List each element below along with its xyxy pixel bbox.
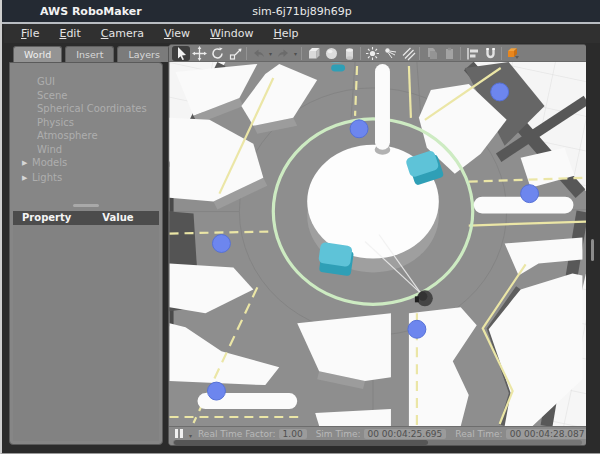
spot-light-tool-button[interactable]	[381, 46, 399, 61]
tree-item-models[interactable]: ▶Models	[10, 156, 162, 171]
redo-button[interactable]	[274, 46, 292, 61]
robot-top	[418, 292, 427, 301]
menu-bar: FileEditCameraViewWindowHelp	[4, 24, 600, 43]
real-time-label: Real Time:	[455, 429, 502, 439]
tree-item-physics[interactable]: Physics	[10, 116, 162, 130]
tree-item-wind[interactable]: Wind	[10, 143, 162, 157]
rotate-tool-button[interactable]	[208, 46, 226, 61]
expand-arrow-icon[interactable]: ▶	[22, 157, 32, 171]
copy-button[interactable]	[422, 46, 440, 61]
horizontal-scrollbar[interactable]	[173, 440, 582, 445]
cube-icon	[306, 46, 321, 61]
real-time-value: 00 00:04:28.087	[506, 429, 586, 439]
tree-item-scene[interactable]: Scene	[10, 89, 162, 103]
translate-tool-button[interactable]	[190, 46, 208, 61]
toolbar-separator	[246, 47, 247, 60]
waypoint-marker[interactable]	[207, 382, 225, 400]
sphere-tool-button[interactable]	[322, 46, 340, 61]
render-viewport-panel: ▾ ▾	[168, 44, 587, 446]
panel-splitter[interactable]	[73, 204, 99, 207]
select-tool-button[interactable]	[172, 46, 190, 61]
tree-item-spherical-coordinates[interactable]: Spherical Coordinates	[10, 102, 162, 116]
menu-camera[interactable]: Camera	[92, 25, 153, 42]
rotate-icon	[210, 46, 225, 61]
simulation-status-bar: ▾ Real Time Factor: 1.00 Sim Time: 00 00…	[169, 426, 586, 446]
right-splitter-handle[interactable]	[591, 239, 594, 261]
undo-button[interactable]	[249, 46, 267, 61]
sphere-icon	[324, 46, 339, 61]
panel-tabs: WorldInsertLayers	[9, 46, 163, 62]
align-icon	[465, 46, 480, 61]
tab-layers[interactable]: Layers	[117, 46, 170, 62]
title-bar: AWS RoboMaker sim-6j71bj89h69p	[2, 0, 600, 22]
toolbar-separator	[301, 47, 302, 60]
move-icon	[192, 46, 207, 61]
waypoint-marker[interactable]	[350, 120, 368, 138]
real-time-factor-label: Real Time Factor:	[198, 429, 276, 439]
cylinder-icon	[342, 46, 357, 61]
step-dropdown[interactable]: ▾	[189, 432, 192, 439]
world-tree: GUISceneSpherical CoordinatesPhysicsAtmo…	[10, 63, 162, 185]
app-window: AWS RoboMaker sim-6j71bj89h69p FileEditC…	[0, 0, 600, 454]
vehicle-top	[318, 242, 353, 267]
paste-icon	[442, 46, 457, 61]
toolbar-separator	[360, 47, 361, 60]
sun-icon	[365, 46, 380, 61]
scale-icon	[228, 46, 243, 61]
undo-icon	[251, 46, 266, 61]
vehicle-box[interactable]	[317, 242, 355, 276]
toolbar-separator	[419, 47, 420, 60]
toolbar-separator	[460, 47, 461, 60]
box-tool-button[interactable]	[304, 46, 322, 61]
world-panel: GUISceneSpherical CoordinatesPhysicsAtmo…	[9, 62, 163, 445]
toolbar-separator	[501, 47, 502, 60]
value-column-header: Value	[102, 211, 133, 225]
magnet-icon	[483, 46, 498, 61]
align-tool-button[interactable]	[463, 46, 481, 61]
waypoint-marker[interactable]	[212, 235, 230, 253]
copy-icon	[424, 46, 439, 61]
window-title: sim-6j71bj89h69p	[252, 5, 352, 18]
scale-tool-button[interactable]	[226, 46, 244, 61]
app-title: AWS RoboMaker	[40, 5, 142, 18]
cylinder-tool-button[interactable]	[340, 46, 358, 61]
real-time-factor-value: 1.00	[279, 429, 307, 439]
menu-file[interactable]: File	[12, 25, 48, 42]
sim-time-value: 00 00:04:25.695	[364, 429, 447, 439]
left-panel: WorldInsertLayers GUISceneSpherical Coor…	[9, 46, 163, 445]
directional-light-tool-button[interactable]	[399, 46, 417, 61]
waypoint-marker[interactable]	[408, 320, 426, 338]
pause-button[interactable]	[175, 429, 183, 438]
directional-light-icon	[401, 46, 416, 61]
render-canvas[interactable]	[169, 62, 587, 426]
paste-button[interactable]	[440, 46, 458, 61]
robot-wheel	[415, 296, 419, 302]
property-table-body	[13, 225, 159, 441]
menu-view[interactable]: View	[155, 25, 199, 42]
redo-history-dropdown[interactable]: ▾	[292, 50, 299, 57]
menu-help[interactable]: Help	[264, 25, 307, 42]
vehicle-side	[331, 64, 345, 71]
tree-item-lights[interactable]: ▶Lights	[10, 171, 162, 186]
property-table-header: Property Value	[13, 211, 159, 225]
waypoint-marker[interactable]	[521, 185, 539, 203]
tab-insert[interactable]: Insert	[65, 46, 114, 62]
viewport-toolbar: ▾ ▾	[169, 45, 586, 62]
expand-arrow-icon[interactable]: ▶	[22, 172, 32, 186]
menu-window[interactable]: Window	[201, 25, 262, 42]
cursor-icon	[174, 46, 189, 61]
snap-tool-button[interactable]	[481, 46, 499, 61]
view-cube-icon	[505, 46, 522, 61]
scrollbar-thumb[interactable]	[174, 440, 428, 445]
view-angle-button[interactable]	[504, 46, 522, 61]
property-column-header: Property	[22, 211, 102, 225]
waypoint-marker[interactable]	[491, 83, 509, 101]
undo-history-dropdown[interactable]: ▾	[267, 50, 274, 57]
menu-edit[interactable]: Edit	[50, 25, 89, 42]
tab-world[interactable]: World	[13, 46, 62, 62]
scene-svg	[169, 62, 587, 426]
tree-item-atmosphere[interactable]: Atmosphere	[10, 129, 162, 143]
spot-light-icon	[383, 46, 398, 61]
point-light-tool-button[interactable]	[363, 46, 381, 61]
tree-item-gui[interactable]: GUI	[10, 75, 162, 89]
